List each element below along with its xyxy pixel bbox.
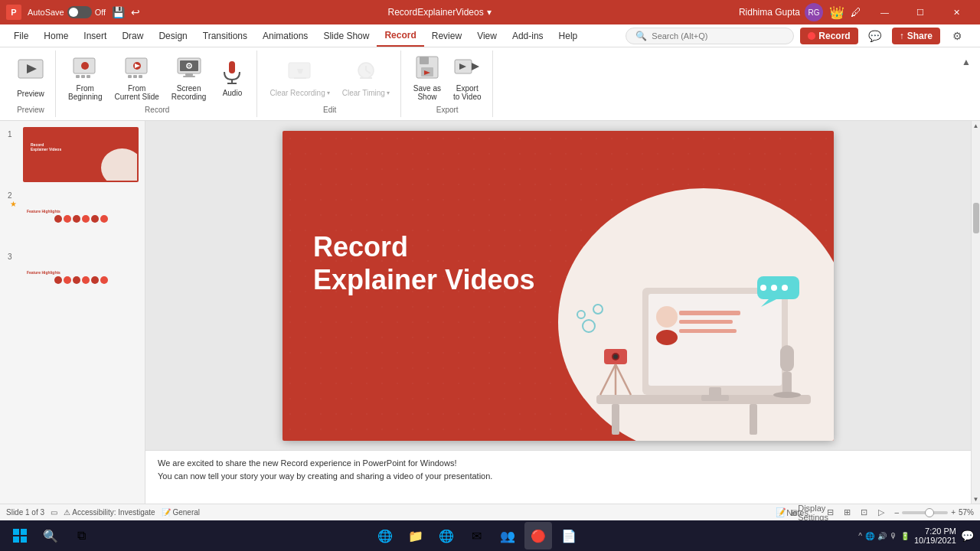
pen-icon[interactable]: 🖊: [851, 6, 861, 18]
slide-thumb-frame-2[interactable]: Feature Highlights: [23, 188, 139, 243]
scrollbar-track[interactable]: [972, 130, 980, 494]
zoom-control: – + 57%: [895, 508, 974, 517]
from-current-button[interactable]: FromCurrent Slide: [109, 51, 163, 104]
audio-button[interactable]: Audio: [214, 55, 250, 100]
slide-area: Record Explainer Videos: [145, 121, 971, 450]
crown-icon[interactable]: 👑: [829, 5, 844, 20]
slide-thumb-frame-1[interactable]: RecordExplainer Videos: [23, 127, 139, 182]
slide-sorter-button[interactable]: ⊞: [840, 507, 855, 519]
taskbar-teams[interactable]: 👥: [494, 522, 521, 549]
dropdown-icon[interactable]: ▾: [487, 7, 492, 18]
accessibility-status[interactable]: ⚠ Accessibility: Investigate: [64, 508, 155, 517]
taskbar-search[interactable]: 🔍: [37, 522, 64, 549]
mic-icon[interactable]: 🎙: [890, 532, 897, 540]
display-settings-button[interactable]: 🖥 Display Settings: [802, 507, 817, 519]
taskbar-mail[interactable]: ✉: [463, 522, 491, 549]
undo-icon[interactable]: ↩: [131, 6, 140, 18]
network-icon[interactable]: 🌐: [865, 532, 874, 540]
ribbon-content: Preview Preview: [0, 47, 980, 120]
battery-icon[interactable]: 🔋: [900, 532, 910, 540]
scroll-up-arrow[interactable]: ▲: [972, 121, 981, 130]
from-beginning-button[interactable]: FromBeginning: [64, 51, 106, 104]
slide-thumb-img-1: RecordExplainer Videos: [24, 129, 137, 181]
save-icon[interactable]: 💾: [112, 6, 125, 18]
tab-home[interactable]: Home: [36, 24, 76, 47]
preview-group-label: Preview: [12, 104, 49, 117]
svg-rect-57: [782, 372, 792, 395]
notes-line-1: We are excited to share the new Record e…: [158, 457, 959, 470]
task-view-button[interactable]: ⧉: [67, 522, 95, 549]
tab-record[interactable]: Record: [377, 24, 423, 47]
slide-num-1: 1: [8, 127, 18, 139]
export-to-video-button[interactable]: Exportto Video: [449, 51, 486, 104]
tab-help[interactable]: Help: [551, 24, 586, 47]
tab-animations[interactable]: Animations: [255, 24, 315, 47]
tab-review[interactable]: Review: [424, 24, 469, 47]
svg-point-61: [771, 285, 777, 291]
preview-button[interactable]: Preview: [12, 54, 49, 101]
scrollbar-thumb[interactable]: [973, 203, 979, 233]
settings-button[interactable]: ⚙: [946, 25, 968, 47]
tab-view[interactable]: View: [469, 24, 505, 47]
slide-thumbnail-3[interactable]: 3 Feature Highlights: [6, 249, 139, 305]
start-button[interactable]: [6, 522, 34, 549]
slide-thumbnail-1[interactable]: 1 RecordExplainer Videos: [6, 127, 139, 182]
taskbar-edge[interactable]: 🌐: [433, 522, 460, 549]
powerpoint-logo: P: [6, 5, 21, 20]
slide-thumbnail-2[interactable]: 2 ★ Feature Highlights: [6, 188, 139, 243]
tab-file[interactable]: File: [6, 24, 36, 47]
presenter-view-button[interactable]: ▷: [874, 507, 889, 519]
taskbar-explorer[interactable]: 📁: [402, 522, 430, 549]
autosave-label: AutoSave: [28, 8, 64, 17]
taskbar-word[interactable]: 📄: [555, 522, 583, 549]
title-bar-right: Ridhima Gupta RG 👑 🖊 — ☐ ✕: [739, 0, 974, 24]
tab-design[interactable]: Design: [151, 24, 194, 47]
save-as-show-button[interactable]: Save asShow: [409, 51, 446, 104]
audio-icon: [218, 58, 246, 87]
autosave-toggle[interactable]: [67, 6, 92, 18]
zoom-slider[interactable]: [902, 511, 948, 514]
svg-point-58: [773, 392, 801, 398]
notification-icon[interactable]: 💬: [961, 530, 974, 542]
minimize-button[interactable]: —: [867, 0, 902, 24]
record-button[interactable]: Record: [800, 28, 858, 44]
share-icon: ↑: [900, 31, 904, 41]
right-scrollbar[interactable]: ▲ ▼: [971, 121, 980, 504]
close-button[interactable]: ✕: [939, 0, 974, 24]
slide-thumb-frame-3[interactable]: Feature Highlights: [23, 249, 139, 305]
clear-timing-button[interactable]: Clear Timing ▾: [338, 55, 394, 100]
svg-point-62: [782, 285, 788, 291]
tab-addins[interactable]: Add-ins: [505, 24, 551, 47]
screen-recording-button[interactable]: ScreenRecording: [167, 51, 211, 104]
svg-rect-42: [679, 329, 737, 333]
comment-button[interactable]: 💬: [864, 25, 886, 47]
slide-num-2: 2: [8, 188, 18, 200]
tab-insert[interactable]: Insert: [76, 24, 114, 47]
screen-recording-label: ScreenRecording: [172, 84, 207, 101]
tray-expand[interactable]: ^: [858, 532, 862, 540]
view-mode-buttons: ⊟ ⊞ ⊡ ▷: [823, 507, 889, 519]
taskbar-chrome[interactable]: 🌐: [371, 522, 399, 549]
search-bar[interactable]: 🔍: [626, 28, 794, 44]
edit-items: Clear Recording ▾ Clear Timing ▾: [265, 51, 394, 104]
autosave-control[interactable]: AutoSave Off: [28, 6, 106, 18]
share-button[interactable]: ↑ Share: [892, 28, 940, 44]
tab-slideshow[interactable]: Slide Show: [315, 24, 377, 47]
slides-panel: 1 RecordExplainer Videos 2 ★: [0, 121, 145, 504]
slide-canvas: Record Explainer Videos: [145, 121, 971, 504]
clear-recording-button[interactable]: Clear Recording ▾: [265, 55, 334, 100]
taskbar-powerpoint[interactable]: 🔴: [524, 522, 552, 549]
slide-indicator-icon: ▭: [51, 508, 57, 517]
slide-num-3: 3: [8, 249, 18, 261]
ribbon-collapse-button[interactable]: ▲: [959, 54, 974, 70]
zoom-out-icon[interactable]: –: [895, 508, 900, 517]
tab-draw[interactable]: Draw: [114, 24, 151, 47]
tab-transitions[interactable]: Transitions: [195, 24, 255, 47]
search-input[interactable]: [652, 31, 784, 41]
normal-view-button[interactable]: ⊟: [823, 507, 838, 519]
maximize-button[interactable]: ☐: [903, 0, 938, 24]
scroll-down-arrow[interactable]: ▼: [972, 494, 981, 504]
zoom-in-icon[interactable]: +: [951, 508, 956, 517]
reading-view-button[interactable]: ⊡: [857, 507, 872, 519]
volume-icon[interactable]: 🔊: [877, 532, 887, 540]
